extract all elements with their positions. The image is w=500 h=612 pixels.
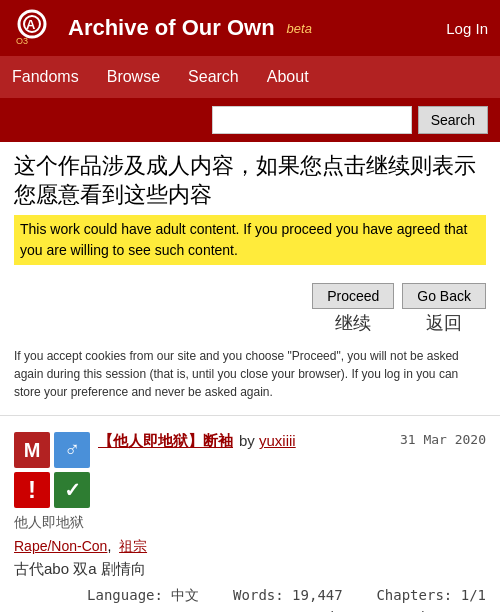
notice-text: If you accept cookies from our site and … — [0, 343, 500, 411]
work-info: 【他人即地狱】断袖 by yuxiiii — [98, 432, 296, 451]
work-title-row: 【他人即地狱】断袖 by yuxiiii — [98, 432, 296, 451]
search-bar: Search — [0, 98, 500, 142]
work-tag-ancestor[interactable]: 祖宗 — [119, 538, 147, 554]
adult-warning-section: 这个作品涉及成人内容，如果您点击继续则表示您愿意看到这些内容 This work… — [0, 142, 500, 275]
logo-area: A O3 Archive of Our Own beta — [12, 8, 312, 48]
nav-about[interactable]: About — [267, 60, 309, 94]
adult-warning-title: 这个作品涉及成人内容，如果您点击继续则表示您愿意看到这些内容 — [14, 152, 486, 209]
work-summary: 古代abo 双a 剧情向 — [14, 560, 486, 579]
work-tag-comma: , — [107, 538, 111, 554]
nav-search[interactable]: Search — [188, 60, 239, 94]
goback-group: Go Back 返回 — [402, 283, 486, 335]
nav-fandoms[interactable]: Fandoms — [12, 60, 79, 94]
goback-chinese-label: 返回 — [426, 311, 462, 335]
search-input[interactable] — [212, 106, 412, 134]
proceed-group: Proceed 继续 — [312, 283, 394, 335]
site-header: A O3 Archive of Our Own beta Log In — [0, 0, 500, 56]
svg-text:O3: O3 — [16, 36, 28, 46]
relationship-icon: ♂ — [54, 432, 90, 468]
site-logo-icon: A O3 — [12, 8, 60, 48]
work-icons: M ♂ ! ✓ — [14, 432, 90, 508]
goback-button[interactable]: Go Back — [402, 283, 486, 309]
work-fandom-name: 他人即地狱 — [14, 514, 486, 532]
work-stats: Language: 中文 Words: 19,447 Chapters: 1/1… — [14, 587, 486, 612]
section-divider — [0, 415, 500, 416]
beta-badge: beta — [287, 21, 312, 36]
work-listing: M ♂ ! ✓ 【他人即地狱】断袖 by yuxiiii 31 Mar 2020… — [0, 420, 500, 612]
main-nav: Fandoms Browse Search About — [0, 56, 500, 98]
work-icons-row-top: M ♂ — [14, 432, 90, 468]
words-value: 19,447 — [292, 587, 343, 603]
language-value: 中文 — [171, 587, 199, 603]
nav-browse[interactable]: Browse — [107, 60, 160, 94]
site-title: Archive of Our Own — [68, 15, 275, 41]
login-button[interactable]: Log In — [446, 20, 488, 37]
complete-icon: ✓ — [54, 472, 90, 508]
adult-warning-subtitle: This work could have adult content. If y… — [14, 215, 486, 265]
rating-icon: M — [14, 432, 50, 468]
svg-text:A: A — [26, 17, 36, 32]
chapters-label: Chapters: — [376, 587, 452, 603]
work-stats-row1: Language: 中文 Words: 19,447 Chapters: 1/1 — [87, 587, 486, 605]
work-date: 31 Mar 2020 — [400, 432, 486, 447]
work-author-link[interactable]: yuxiiii — [259, 432, 296, 449]
work-header-left: M ♂ ! ✓ 【他人即地狱】断袖 by yuxiiii — [14, 432, 296, 508]
chapters-value: 1/1 — [461, 587, 486, 603]
proceed-button[interactable]: Proceed — [312, 283, 394, 309]
proceed-chinese-label: 继续 — [335, 311, 371, 335]
work-tag-rape[interactable]: Rape/Non-Con — [14, 538, 107, 554]
work-tags: Rape/Non-Con, 祖宗 — [14, 538, 486, 556]
words-label: Words: — [233, 587, 284, 603]
proceed-row: Proceed 继续 Go Back 返回 — [0, 275, 500, 343]
language-label: Language: — [87, 587, 163, 603]
work-header: M ♂ ! ✓ 【他人即地狱】断袖 by yuxiiii 31 Mar 2020 — [14, 432, 486, 508]
search-button[interactable]: Search — [418, 106, 488, 134]
work-author-by: by yuxiiii — [239, 432, 296, 449]
work-title[interactable]: 【他人即地狱】断袖 — [98, 432, 233, 451]
warning-icon: ! — [14, 472, 50, 508]
work-icons-row-bottom: ! ✓ — [14, 472, 90, 508]
